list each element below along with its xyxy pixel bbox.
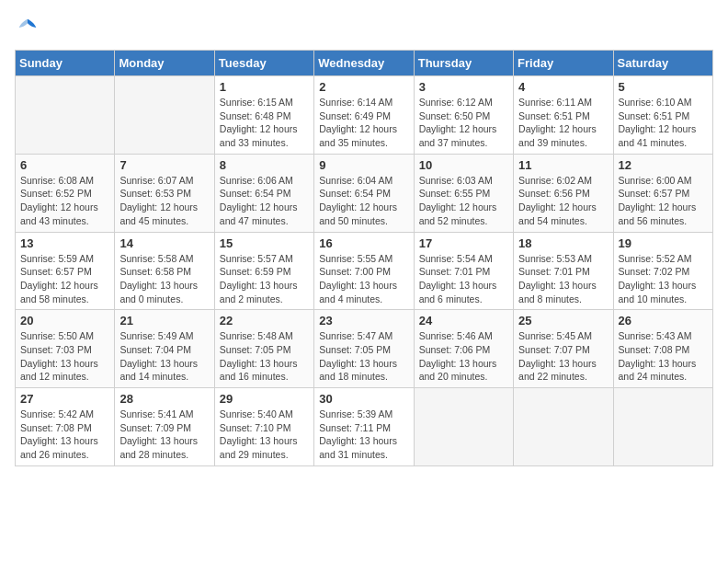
day-info: Sunrise: 6:03 AMSunset: 6:55 PMDaylight:… xyxy=(419,174,508,228)
day-number: 14 xyxy=(119,236,209,250)
day-number: 10 xyxy=(419,158,508,172)
day-info: Sunrise: 6:08 AMSunset: 6:52 PMDaylight:… xyxy=(20,174,109,228)
calendar-cell: 10Sunrise: 6:03 AMSunset: 6:55 PMDayligh… xyxy=(414,154,513,232)
logo-icon xyxy=(15,15,40,40)
page-header xyxy=(15,15,713,40)
day-info: Sunrise: 6:00 AMSunset: 6:57 PMDaylight:… xyxy=(619,174,708,228)
calendar-cell: 4Sunrise: 6:11 AMSunset: 6:51 PMDaylight… xyxy=(514,76,613,155)
column-header-monday: Monday xyxy=(115,51,214,76)
day-info: Sunrise: 6:15 AMSunset: 6:48 PMDaylight:… xyxy=(220,96,309,150)
day-info: Sunrise: 6:02 AMSunset: 6:56 PMDaylight:… xyxy=(518,174,608,228)
day-number: 26 xyxy=(619,314,708,327)
day-info: Sunrise: 5:47 AMSunset: 7:05 PMDaylight:… xyxy=(319,329,408,384)
day-info: Sunrise: 5:45 AMSunset: 7:07 PMDaylight:… xyxy=(518,329,608,384)
calendar-header-row: SundayMondayTuesdayWednesdayThursdayFrid… xyxy=(16,51,713,76)
day-number: 25 xyxy=(518,314,608,327)
day-info: Sunrise: 5:48 AMSunset: 7:05 PMDaylight:… xyxy=(220,329,309,384)
calendar-cell: 14Sunrise: 5:58 AMSunset: 6:58 PMDayligh… xyxy=(115,232,214,310)
calendar-cell: 21Sunrise: 5:49 AMSunset: 7:04 PMDayligh… xyxy=(115,310,214,388)
day-info: Sunrise: 5:39 AMSunset: 7:11 PMDaylight:… xyxy=(319,408,408,462)
day-info: Sunrise: 6:11 AMSunset: 6:51 PMDaylight:… xyxy=(518,96,608,150)
column-header-saturday: Saturday xyxy=(613,51,712,76)
calendar-cell: 9Sunrise: 6:04 AMSunset: 6:54 PMDaylight… xyxy=(314,154,414,232)
calendar-cell xyxy=(115,76,214,155)
calendar-cell xyxy=(514,388,613,466)
calendar-cell: 6Sunrise: 6:08 AMSunset: 6:52 PMDaylight… xyxy=(16,154,115,232)
day-info: Sunrise: 5:57 AMSunset: 6:59 PMDaylight:… xyxy=(220,252,309,306)
day-info: Sunrise: 5:49 AMSunset: 7:04 PMDaylight:… xyxy=(119,329,209,384)
column-header-friday: Friday xyxy=(514,51,613,76)
day-number: 30 xyxy=(319,392,408,406)
day-number: 19 xyxy=(619,236,708,250)
day-info: Sunrise: 5:59 AMSunset: 6:57 PMDaylight:… xyxy=(20,252,109,306)
calendar-cell: 20Sunrise: 5:50 AMSunset: 7:03 PMDayligh… xyxy=(16,310,115,388)
calendar-cell: 3Sunrise: 6:12 AMSunset: 6:50 PMDaylight… xyxy=(414,76,513,155)
calendar-cell: 15Sunrise: 5:57 AMSunset: 6:59 PMDayligh… xyxy=(214,232,313,310)
calendar-cell: 22Sunrise: 5:48 AMSunset: 7:05 PMDayligh… xyxy=(214,310,313,388)
day-number: 22 xyxy=(220,314,309,327)
calendar-week-5: 27Sunrise: 5:42 AMSunset: 7:08 PMDayligh… xyxy=(16,388,713,466)
day-number: 2 xyxy=(319,80,408,94)
day-number: 9 xyxy=(319,158,408,172)
calendar-table: SundayMondayTuesdayWednesdayThursdayFrid… xyxy=(15,50,713,466)
column-header-sunday: Sunday xyxy=(16,51,115,76)
calendar-week-4: 20Sunrise: 5:50 AMSunset: 7:03 PMDayligh… xyxy=(16,310,713,388)
calendar-cell: 16Sunrise: 5:55 AMSunset: 7:00 PMDayligh… xyxy=(314,232,414,310)
calendar-cell: 30Sunrise: 5:39 AMSunset: 7:11 PMDayligh… xyxy=(314,388,414,466)
day-number: 17 xyxy=(419,236,508,250)
column-header-wednesday: Wednesday xyxy=(314,51,414,76)
day-info: Sunrise: 5:55 AMSunset: 7:00 PMDaylight:… xyxy=(319,252,408,306)
calendar-week-2: 6Sunrise: 6:08 AMSunset: 6:52 PMDaylight… xyxy=(16,154,713,232)
calendar-cell: 5Sunrise: 6:10 AMSunset: 6:51 PMDaylight… xyxy=(613,76,712,155)
day-info: Sunrise: 5:40 AMSunset: 7:10 PMDaylight:… xyxy=(220,408,309,462)
calendar-cell xyxy=(613,388,712,466)
calendar-cell: 24Sunrise: 5:46 AMSunset: 7:06 PMDayligh… xyxy=(414,310,513,388)
day-number: 18 xyxy=(518,236,608,250)
day-info: Sunrise: 5:46 AMSunset: 7:06 PMDaylight:… xyxy=(419,329,508,384)
day-info: Sunrise: 5:52 AMSunset: 7:02 PMDaylight:… xyxy=(619,252,708,306)
calendar-cell: 11Sunrise: 6:02 AMSunset: 6:56 PMDayligh… xyxy=(514,154,613,232)
calendar-cell xyxy=(414,388,513,466)
calendar-week-3: 13Sunrise: 5:59 AMSunset: 6:57 PMDayligh… xyxy=(16,232,713,310)
day-number: 1 xyxy=(220,80,309,94)
day-number: 16 xyxy=(319,236,408,250)
day-number: 24 xyxy=(419,314,508,327)
day-info: Sunrise: 5:58 AMSunset: 6:58 PMDaylight:… xyxy=(119,252,209,306)
calendar-cell: 25Sunrise: 5:45 AMSunset: 7:07 PMDayligh… xyxy=(514,310,613,388)
day-number: 5 xyxy=(619,80,708,94)
column-header-thursday: Thursday xyxy=(414,51,513,76)
day-info: Sunrise: 6:10 AMSunset: 6:51 PMDaylight:… xyxy=(619,96,708,150)
day-number: 27 xyxy=(20,392,109,406)
day-number: 29 xyxy=(220,392,309,406)
day-number: 23 xyxy=(319,314,408,327)
calendar-cell: 28Sunrise: 5:41 AMSunset: 7:09 PMDayligh… xyxy=(115,388,214,466)
day-info: Sunrise: 5:54 AMSunset: 7:01 PMDaylight:… xyxy=(419,252,508,306)
calendar-cell: 13Sunrise: 5:59 AMSunset: 6:57 PMDayligh… xyxy=(16,232,115,310)
day-info: Sunrise: 5:53 AMSunset: 7:01 PMDaylight:… xyxy=(518,252,608,306)
calendar-cell: 17Sunrise: 5:54 AMSunset: 7:01 PMDayligh… xyxy=(414,232,513,310)
day-number: 28 xyxy=(119,392,209,406)
calendar-cell: 27Sunrise: 5:42 AMSunset: 7:08 PMDayligh… xyxy=(16,388,115,466)
calendar-week-1: 1Sunrise: 6:15 AMSunset: 6:48 PMDaylight… xyxy=(16,76,713,155)
calendar-cell: 29Sunrise: 5:40 AMSunset: 7:10 PMDayligh… xyxy=(214,388,313,466)
day-number: 15 xyxy=(220,236,309,250)
logo xyxy=(15,15,44,40)
day-number: 4 xyxy=(518,80,608,94)
day-info: Sunrise: 6:04 AMSunset: 6:54 PMDaylight:… xyxy=(319,174,408,228)
day-info: Sunrise: 6:07 AMSunset: 6:53 PMDaylight:… xyxy=(119,174,209,228)
calendar-cell: 2Sunrise: 6:14 AMSunset: 6:49 PMDaylight… xyxy=(314,76,414,155)
calendar-cell: 7Sunrise: 6:07 AMSunset: 6:53 PMDaylight… xyxy=(115,154,214,232)
calendar-cell: 23Sunrise: 5:47 AMSunset: 7:05 PMDayligh… xyxy=(314,310,414,388)
day-number: 7 xyxy=(119,158,209,172)
column-header-tuesday: Tuesday xyxy=(214,51,313,76)
calendar-cell: 26Sunrise: 5:43 AMSunset: 7:08 PMDayligh… xyxy=(613,310,712,388)
calendar-cell: 18Sunrise: 5:53 AMSunset: 7:01 PMDayligh… xyxy=(514,232,613,310)
day-info: Sunrise: 6:14 AMSunset: 6:49 PMDaylight:… xyxy=(319,96,408,150)
day-number: 12 xyxy=(619,158,708,172)
day-number: 21 xyxy=(119,314,209,327)
calendar-cell: 12Sunrise: 6:00 AMSunset: 6:57 PMDayligh… xyxy=(613,154,712,232)
day-number: 3 xyxy=(419,80,508,94)
day-info: Sunrise: 5:50 AMSunset: 7:03 PMDaylight:… xyxy=(20,329,109,384)
day-number: 11 xyxy=(518,158,608,172)
day-number: 13 xyxy=(20,236,109,250)
